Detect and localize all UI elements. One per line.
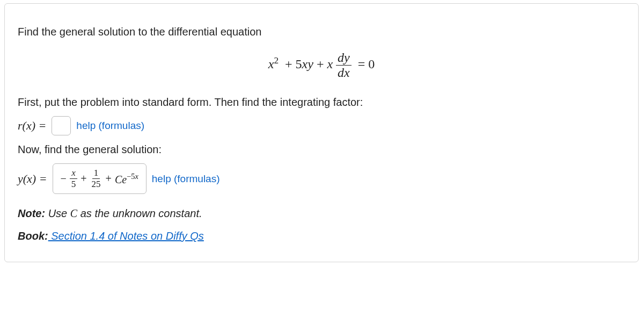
y-input[interactable]: − x5 + 125 + Ce−5x (53, 163, 147, 194)
problem-container: Find the general solution to the differe… (4, 3, 639, 262)
note-text: Use C as the unknown constant. (45, 207, 202, 219)
r-help-link[interactable]: help (formulas) (76, 120, 144, 132)
y-row: y(x) = − x5 + 125 + Ce−5x help (formulas… (18, 163, 625, 194)
y-help-link[interactable]: help (formulas) (152, 173, 220, 185)
book-prefix: Book: (18, 230, 48, 242)
book-link[interactable]: Section 1.4 of Notes on Diffy Qs (48, 230, 204, 242)
step1-text: First, put the problem into standard for… (18, 95, 625, 110)
book-line: Book: Section 1.4 of Notes on Diffy Qs (18, 228, 625, 243)
step2-text: Now, find the general solution: (18, 142, 625, 157)
r-label: r(x) = (18, 119, 46, 133)
r-input[interactable] (52, 116, 71, 135)
r-row: r(x) = help (formulas) (18, 116, 625, 135)
differential-equation: x2 + 5xy + x dy dx = 0 (18, 51, 625, 80)
note-line: Note: Use C as the unknown constant. (18, 206, 625, 221)
intro-text: Find the general solution to the differe… (18, 24, 625, 39)
note-prefix: Note: (18, 207, 45, 219)
y-label: y(x) = (18, 172, 47, 186)
